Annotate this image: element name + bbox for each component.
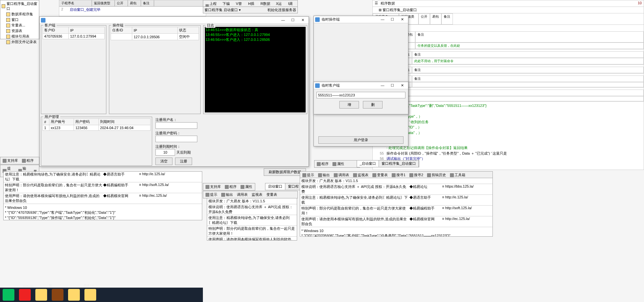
add-button[interactable]: 增 [339,101,359,109]
props-icon [241,185,244,189]
prog-sub[interactable]: ⊞ 窗口程序集_启动窗口 [373,7,644,13]
taskbar-app-folder[interactable] [68,289,80,301]
tab-watch[interactable]: 监视表 [251,192,263,197]
reg-exp-label: 注册到期时间： [155,144,197,149]
left-tool-tabs[interactable]: 支持库 程序 [0,157,39,164]
tab-program[interactable]: 程序 [224,184,238,190]
maximize-button[interactable]: ☐ [388,83,397,89]
combo-label: 窗口程序集 启动窗口 ▾ [205,8,241,12]
close-button[interactable]: ✕ [398,83,407,89]
tab-search2[interactable]: 搜寻2 [408,172,424,178]
window-title: 临时客户端 [322,83,376,88]
maximize-button[interactable]: ☐ [288,17,297,23]
titlebar[interactable]: 临时操作端 —☐✕ [314,16,408,23]
hint-icon [302,173,306,177]
delete-button[interactable]: 删 [363,101,383,109]
tab-winprog[interactable]: 窗口程 [285,183,302,190]
tab-winprog[interactable]: 窗口程序集_启动窗口 [379,160,419,167]
tab-toolbox[interactable]: 工具箱 [449,172,466,178]
taskbar[interactable] [0,288,203,302]
tree-item[interactable]: 模块引用表 [6,34,38,39]
tree-icon: ⊞ [379,8,383,12]
mid-output-tabs[interactable]: 提示 输出 调用表 监视表 变量表 [203,191,298,198]
tab-calls[interactable]: 调用表 [333,172,350,178]
minimize-button[interactable]: — [378,83,387,89]
tab-output[interactable]: 输出 [317,172,331,178]
taskbar-app-wechat[interactable] [3,289,14,301]
support-icon [3,159,7,163]
console-output-left[interactable]: * Windows 10 * "{"ID":"470705936","Type"… [4,204,202,220]
project-tree[interactable]: 窗口程序集_启动窗口 数据库程序集 窗口 常量表... 资源表 模块引用表 外部… [0,0,39,39]
mid-file-tabs[interactable]: 启动窗口 窗口程 [265,183,302,190]
tab-hint[interactable]: 提示 [205,192,218,197]
program-icon [225,185,229,189]
tab-watch[interactable]: 监视表 [352,172,369,178]
tree-item[interactable]: 常量表... [6,23,38,28]
taskbar-label: 版 [49,283,52,288]
tab-search1[interactable]: 搜寻1 [391,172,406,178]
minimize-button[interactable]: — [378,17,387,23]
right-tool-tabs[interactable]: 程序 属性 [314,160,360,168]
code-body[interactable]: ype":"客户端","TaskType":"删","Data":"555151… [373,102,644,163]
tab-support[interactable]: 支持库 [205,184,222,190]
folder-icon [2,4,5,8]
reg-pwd-input[interactable] [155,136,197,142]
tree-root[interactable]: 窗口程序集_启动窗口 [1,1,38,11]
db-icon [6,12,10,16]
tree-item[interactable]: 数据库程序集 [6,11,38,17]
module-info-panel-mid: 模块开发：广大易友 版本：V11.1.5 模块说明：使用易语言核心支持库 ＋ A… [207,198,297,241]
tab-support[interactable]: 支持库 [2,158,19,163]
tree-item[interactable]: 资源表 [6,28,38,34]
tab-startup[interactable]: _启动窗口 [357,160,379,167]
close-button[interactable]: ✕ [298,17,307,23]
module-icon [6,35,10,39]
tab-output[interactable]: 输出 [220,192,234,197]
taskbar-app-yi[interactable] [19,289,31,301]
var-icon [372,173,376,177]
user-login-button[interactable]: 用户登录 [318,136,403,144]
titlebar[interactable]: — ☐ ✕ [40,17,309,24]
temp-client-window[interactable]: 临时客户端 —☐✕ 增 删 [313,82,408,114]
main-server-window[interactable]: — ☐ ✕ 客户端 客户IDIP 470705936127.0.0.1:2799… [39,16,309,167]
minimize-button[interactable]: — [278,17,288,23]
register-button[interactable]: 注册 [175,158,192,165]
tab-program[interactable]: 程序 [316,161,330,167]
temp-operator-window[interactable]: 临时操作端 —☐✕ 用户登录 [313,16,408,146]
mid-tool-tabs[interactable]: 支持库 程序 属性 [203,183,255,191]
tab-startup[interactable]: 启动窗口 [265,183,285,190]
maximize-button[interactable]: ☐ [388,17,397,23]
init-server-label: 初始化连接服务器 [267,8,296,12]
module-info-panel-left: 使用注意：精易模块纯绿色,为了确保安全,请务必到〖精易论坛〗下载◆易语言助手≡ … [3,171,202,220]
right-file-tabs[interactable]: _启动窗口 窗口程序集_启动窗口 [357,160,419,167]
log-console[interactable]: 13:46:51>>>数据库链接状态：真 13:46:55>>>客户进入：127… [205,27,306,112]
combo-strip[interactable]: 窗口程序集 启动窗口 ▾ 初始化连接服务器 [203,7,298,13]
reg-user-input[interactable] [155,122,197,129]
client-input[interactable] [316,92,405,98]
clear-button[interactable]: 清空 [155,158,172,165]
const-icon [6,24,10,27]
tab-vars[interactable]: 变量表 [265,192,278,197]
app-icon [315,17,320,22]
reg-days-input[interactable] [155,149,175,156]
taskbar-app-winrar[interactable] [52,289,63,301]
user-table[interactable]: #用户账号用户密码到期时间 1xx1231234562024-04-27 15:… [43,118,151,131]
tab-properties[interactable]: 属性 [331,161,345,167]
tree-item[interactable]: 窗口 [6,17,38,23]
client-table[interactable]: 客户IDIP 470705936127.0.0.1:27994 [43,27,105,39]
tab-properties[interactable]: 属性 [240,184,253,190]
tab-clip[interactable]: 剪辑历史 [426,172,447,178]
tab-calls[interactable]: 调用表 [236,192,249,197]
taskbar-app-folder[interactable] [35,289,47,301]
console-output-right[interactable]: * Windows 10 * "{"ID":"470705936","Type"… [300,227,492,237]
titlebar[interactable]: 临时客户端 —☐✕ [314,82,408,89]
tab-program[interactable]: 程序 [21,158,35,163]
tab-hint[interactable]: 提示 [301,172,315,178]
close-button[interactable]: ✕ [398,17,407,23]
log-group-label: 日志 [206,23,215,28]
program-icon [22,159,26,163]
tree-item[interactable]: 外部文件记录表 [6,39,38,45]
operator-table[interactable]: 任务IDIP状态 127.0.0.1:28506空闲中 [111,27,199,40]
app-icon [315,83,320,88]
taskbar-app-folder[interactable] [84,289,96,301]
tab-vars[interactable]: 变量表 [371,172,389,178]
